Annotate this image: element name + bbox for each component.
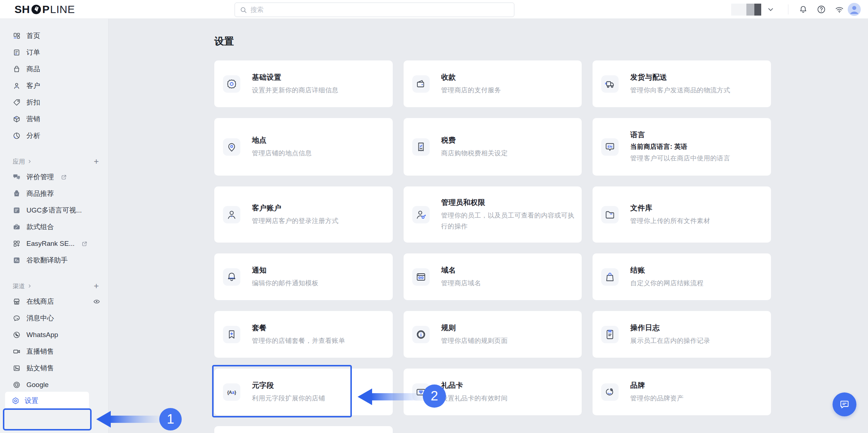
- chat-bubble-icon: [839, 399, 850, 410]
- settings-card-staff-permissions[interactable]: 管理员和权限管理你的员工，以及员工可查看的内容或可执行的操作: [404, 186, 582, 243]
- sidebar-item-orders[interactable]: 订单: [0, 44, 108, 61]
- discounts-label: 折扣: [26, 98, 40, 107]
- sidebar-item-analytics[interactable]: 分析: [0, 127, 108, 144]
- logo-text-2: P: [42, 3, 50, 16]
- card-title: 语言: [630, 130, 730, 140]
- store-name-blurred[interactable]: [731, 4, 761, 16]
- person-icon: [13, 82, 21, 90]
- whatsapp-label: WhatsApp: [26, 331, 58, 339]
- sidebar-item-post-sales[interactable]: 贴文销售: [0, 360, 108, 377]
- sidebar-item-settings[interactable]: 设置: [5, 392, 89, 410]
- sidebar-item-whatsapp[interactable]: WhatsApp: [0, 327, 108, 343]
- chat-support-button[interactable]: [833, 392, 856, 416]
- card-description: 管理你的店铺套餐，并查看账单: [252, 335, 345, 346]
- external-link-icon: [82, 241, 87, 247]
- settings-card-plan[interactable]: 套餐管理你的店铺套餐，并查看账单: [214, 311, 393, 358]
- sidebar-item-home[interactable]: 首页: [0, 28, 108, 44]
- card-text-payments: 收款管理商店的支付服务: [441, 72, 501, 96]
- card-description: 管理店铺的地点信息: [252, 148, 312, 159]
- chevron-down-icon[interactable]: [767, 5, 775, 13]
- translate-label: 谷歌翻译助手: [26, 256, 68, 265]
- card-text-metafields: 元字段利用元字段扩展你的店铺: [252, 381, 325, 404]
- user-avatar[interactable]: [848, 3, 861, 16]
- annotation-arrow-2: [358, 387, 423, 406]
- card-description: 展示员工在店内的操作记录: [630, 335, 710, 346]
- settings-gear-icon: [12, 397, 20, 405]
- search-input[interactable]: [250, 6, 509, 14]
- add-app-button[interactable]: +: [94, 157, 99, 166]
- svg-text:EN: EN: [608, 144, 612, 148]
- review-icon: [13, 173, 21, 181]
- sidebar-item-customers[interactable]: 客户: [0, 77, 108, 94]
- annotation-step-1: 1: [159, 408, 182, 430]
- sidebar-item-translate[interactable]: 谷歌翻译助手: [0, 252, 108, 269]
- tag-icon: [13, 98, 21, 106]
- settings-card-customer-accounts[interactable]: 客户账户管理网店客户的登录注册方式: [214, 186, 393, 243]
- log-document-icon: [601, 326, 619, 343]
- settings-card-files[interactable]: 文件库管理你上传的所有文件素材: [593, 186, 771, 243]
- network-status-icon[interactable]: [835, 5, 844, 14]
- style-combo-icon: [13, 223, 21, 231]
- notifications-bell-icon[interactable]: [799, 5, 808, 14]
- help-icon[interactable]: [817, 5, 826, 14]
- pie-chart-icon: [13, 132, 21, 140]
- settings-card-shipping[interactable]: 发货与配送管理你向客户发送商品的物流方式: [593, 60, 771, 107]
- analytics-label: 分析: [26, 131, 40, 140]
- settings-card-checkout[interactable]: 结账自定义你的网店结账流程: [593, 253, 771, 300]
- sidebar-item-easyrank[interactable]: EasyRank SE...: [0, 235, 108, 252]
- sidebar-item-marketing[interactable]: 营销: [0, 111, 108, 127]
- sidebar-item-recommend[interactable]: 商品推荐: [0, 185, 108, 202]
- card-text-general: 基础设置设置并更新你的商店详细信息: [252, 72, 338, 96]
- card-text-languages: 语言当前商店语言: 英语管理客户可以在商店中使用的语言: [630, 130, 730, 164]
- sidebar-item-products[interactable]: 商品: [0, 61, 108, 77]
- card-description: 管理商店的支付服务: [441, 85, 501, 96]
- brand-icon: [601, 383, 619, 401]
- settings-card-locations[interactable]: 地点管理店铺的地点信息: [214, 118, 393, 176]
- message-center-label: 消息中心: [26, 314, 54, 323]
- settings-card-activity-log[interactable]: 操作日志展示员工在店内的操作记录: [593, 311, 771, 358]
- settings-card-taxes[interactable]: 税费商店购物税费相关设定: [404, 118, 582, 176]
- bookmark-plus-icon: [223, 326, 240, 343]
- sidebar-item-message-center[interactable]: 消息中心: [0, 310, 108, 327]
- partial-card-next-row[interactable]: [214, 426, 393, 433]
- sidebar-item-discounts[interactable]: 折扣: [0, 94, 108, 111]
- settings-cards-grid: 基础设置设置并更新你的商店详细信息收款管理商店的支付服务发货与配送管理你向客户发…: [214, 60, 771, 415]
- add-channel-button[interactable]: +: [94, 282, 99, 290]
- card-title: 通知: [252, 265, 319, 275]
- card-title: 品牌: [630, 381, 683, 390]
- settings-card-payments[interactable]: 收款管理商店的支付服务: [404, 60, 582, 107]
- settings-card-languages[interactable]: EN语言当前商店语言: 英语管理客户可以在商店中使用的语言: [593, 118, 771, 176]
- settings-card-domains[interactable]: 域名管理商店域名: [404, 253, 582, 300]
- global-search[interactable]: [235, 3, 514, 17]
- language-bubble-icon: EN: [601, 138, 619, 156]
- card-text-locations: 地点管理店铺的地点信息: [252, 135, 312, 159]
- card-description: 管理商店域名: [441, 278, 481, 289]
- card-description: 管理网店客户的登录注册方式: [252, 215, 338, 226]
- sidebar-item-live-sales[interactable]: 直播销售: [0, 343, 108, 360]
- card-title: 元字段: [252, 381, 325, 390]
- card-title: 规则: [441, 323, 508, 333]
- sidebar-item-online-store[interactable]: 在线商店: [0, 293, 108, 310]
- truck-icon: [601, 75, 619, 93]
- card-title: 礼品卡: [441, 381, 508, 390]
- sidebar-item-reviews[interactable]: 评价管理: [0, 169, 108, 185]
- cube-icon: [13, 115, 21, 123]
- sidebar-primary-nav: 首页订单商品客户折扣营销分析: [0, 19, 108, 144]
- chat-icon: [13, 314, 21, 322]
- sidebar-item-google[interactable]: Google: [0, 377, 108, 393]
- orders-label: 订单: [26, 48, 40, 57]
- card-title: 发货与配送: [630, 72, 730, 82]
- settings-card-policies[interactable]: 规则管理你店铺的规则页面: [404, 311, 582, 358]
- settings-card-notifications[interactable]: 通知编辑你的邮件通知模板: [214, 253, 393, 300]
- settings-card-general[interactable]: 基础设置设置并更新你的商店详细信息: [214, 60, 393, 107]
- sidebar-apps-nav: 评价管理商品推荐UGC多语言可视...款式组合EasyRank SE...谷歌翻…: [0, 169, 108, 269]
- apps-section-header[interactable]: 应用 +: [0, 154, 108, 169]
- logo-text-1: SH: [14, 3, 30, 16]
- metafield-icon: {Aa}: [223, 383, 240, 401]
- ugc-label: UGC多语言可视...: [26, 206, 82, 215]
- card-description: 管理你向客户发送商品的物流方式: [630, 85, 730, 96]
- settings-card-brand[interactable]: 品牌管理你的品牌资产: [593, 369, 771, 415]
- sidebar-item-styles[interactable]: 款式组合: [0, 219, 108, 235]
- sidebar-item-ugc[interactable]: UGC多语言可视...: [0, 202, 108, 219]
- channels-section-header[interactable]: 渠道 +: [0, 279, 108, 293]
